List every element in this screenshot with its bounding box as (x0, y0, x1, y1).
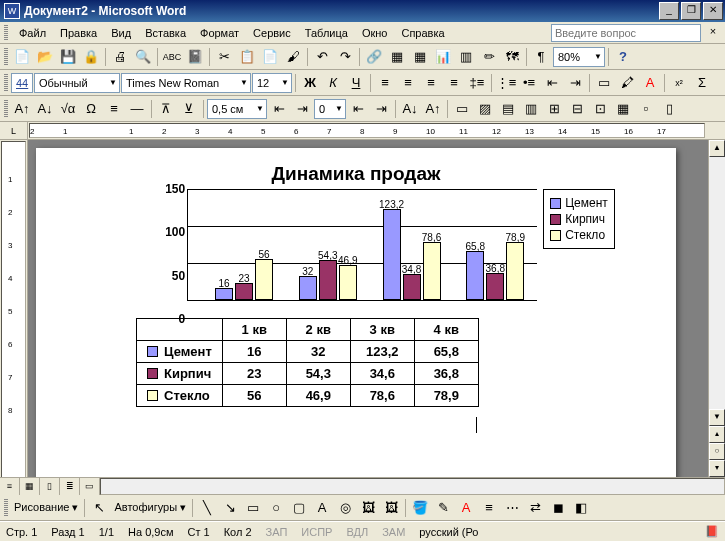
3d-button[interactable]: ◧ (570, 497, 592, 519)
wordart-button[interactable]: A (311, 497, 333, 519)
menu-tools[interactable]: Сервис (246, 25, 298, 41)
grip-handle[interactable] (4, 74, 8, 92)
maximize-button[interactable]: ❐ (681, 2, 701, 20)
rectangle-button[interactable]: ▭ (242, 497, 264, 519)
copy-button[interactable]: 📋 (236, 46, 258, 68)
inc-indent-button[interactable]: ⇥ (564, 72, 586, 94)
next-page-button[interactable]: ▾ (709, 460, 725, 477)
para-before-button[interactable]: ⊼ (155, 98, 177, 120)
status-trk[interactable]: ИСПР (301, 526, 332, 538)
preview-button[interactable]: 🔍 (132, 46, 154, 68)
bullets-button[interactable]: •≡ (518, 72, 540, 94)
tables-borders-button[interactable]: ▦ (386, 46, 408, 68)
status-lang[interactable]: русский (Ро (419, 526, 478, 538)
align-left-button[interactable]: ≡ (374, 72, 396, 94)
style-indicator[interactable]: 44 (11, 73, 33, 93)
oval-button[interactable]: ○ (265, 497, 287, 519)
browse-object-button[interactable]: ○ (709, 443, 725, 460)
insert-row-btn[interactable]: ▤ (497, 98, 519, 120)
superscript-button[interactable]: x² (668, 72, 690, 94)
gridlines-btn[interactable]: ▦ (612, 98, 634, 120)
doc-close-button[interactable]: × (705, 25, 721, 41)
help-button[interactable]: ? (612, 46, 634, 68)
ruler-vertical[interactable]: 12345678 (0, 140, 28, 477)
line-spacing-button[interactable]: ‡≡ (466, 72, 488, 94)
menu-window[interactable]: Окно (355, 25, 395, 41)
shading-btn[interactable]: ▨ (474, 98, 496, 120)
docmap-button[interactable]: 🗺 (501, 46, 523, 68)
line-color-button[interactable]: ✎ (432, 497, 454, 519)
align-right-button[interactable]: ≡ (420, 72, 442, 94)
redo-button[interactable]: ↷ (334, 46, 356, 68)
menu-table[interactable]: Таблица (298, 25, 355, 41)
spellcheck-button[interactable]: ABC (161, 46, 183, 68)
text-color-button[interactable]: A (455, 497, 477, 519)
reading-view-button[interactable]: ▭ (80, 478, 100, 495)
new-doc-button[interactable]: 📄 (11, 46, 33, 68)
insert-table-button[interactable]: ▦ (409, 46, 431, 68)
undo-button[interactable]: ↶ (311, 46, 333, 68)
strike-button[interactable]: — (126, 98, 148, 120)
research-button[interactable]: 📓 (184, 46, 206, 68)
page-container[interactable]: Динамика продаж 1623563254,346,9123,234,… (28, 140, 708, 477)
scroll-track[interactable] (709, 157, 725, 409)
zoom-combo[interactable]: 80%▼ (553, 47, 605, 67)
dec-left-indent[interactable]: ⇤ (268, 98, 290, 120)
show-marks-button[interactable]: ¶ (530, 46, 552, 68)
spacing-combo[interactable]: 0▼ (314, 99, 346, 119)
arrow-button[interactable]: ↘ (219, 497, 241, 519)
vertical-scrollbar[interactable]: ▲ ▼ ▴ ○ ▾ (708, 140, 725, 477)
sort-desc-button[interactable]: A↑ (422, 98, 444, 120)
para-after-button[interactable]: ⊻ (178, 98, 200, 120)
menu-help[interactable]: Справка (394, 25, 451, 41)
size-combo[interactable]: 12▼ (252, 73, 292, 93)
justify-button[interactable]: ≡ (443, 72, 465, 94)
line-style-button[interactable]: ≡ (478, 497, 500, 519)
show-hide-button[interactable]: ≡ (103, 98, 125, 120)
formula-button[interactable]: √α (57, 98, 79, 120)
normal-view-button[interactable]: ≡ (0, 478, 20, 495)
numbering-button[interactable]: ⋮≡ (495, 72, 517, 94)
insert-col-btn[interactable]: ▥ (520, 98, 542, 120)
fill-color-button[interactable]: 🪣 (409, 497, 431, 519)
shadow-button[interactable]: ◼ (547, 497, 569, 519)
menu-format[interactable]: Формат (193, 25, 246, 41)
bold-button[interactable]: Ж (299, 72, 321, 94)
grip-handle[interactable] (4, 48, 8, 66)
indent-combo[interactable]: 0,5 см▼ (207, 99, 267, 119)
web-view-button[interactable]: ▦ (20, 478, 40, 495)
prev-page-button[interactable]: ▴ (709, 426, 725, 443)
menu-insert[interactable]: Вставка (138, 25, 193, 41)
line-button[interactable]: ╲ (196, 497, 218, 519)
sum-button[interactable]: Σ (691, 72, 713, 94)
open-button[interactable]: 📂 (34, 46, 56, 68)
print-button[interactable]: 🖨 (109, 46, 131, 68)
status-spell-icon[interactable]: 📕 (705, 525, 719, 538)
drawing-menu[interactable]: Рисование ▾ (11, 501, 81, 514)
hyperlink-button[interactable]: 🔗 (363, 46, 385, 68)
status-ovr[interactable]: ЗАМ (382, 526, 405, 538)
dec-indent-button[interactable]: ⇤ (541, 72, 563, 94)
permissions-button[interactable]: 🔒 (80, 46, 102, 68)
menu-edit[interactable]: Правка (53, 25, 104, 41)
format-painter-button[interactable]: 🖌 (282, 46, 304, 68)
scroll-down-button[interactable]: ▼ (709, 409, 725, 426)
dec-right-indent[interactable]: ⇤ (347, 98, 369, 120)
grow-font-button[interactable]: A↑ (11, 98, 33, 120)
drawing-button[interactable]: ✏ (478, 46, 500, 68)
underline-button[interactable]: Ч (345, 72, 367, 94)
highlight-button[interactable]: 🖍 (616, 72, 638, 94)
dash-style-button[interactable]: ⋯ (501, 497, 523, 519)
grip-handle[interactable] (4, 499, 8, 517)
cut-button[interactable]: ✂ (213, 46, 235, 68)
shrink-font-button[interactable]: A↓ (34, 98, 56, 120)
textbox-button[interactable]: ▢ (288, 497, 310, 519)
ruler-horizontal[interactable]: 211234567891011121314151617 (29, 123, 705, 138)
print-view-button[interactable]: ▯ (40, 478, 60, 495)
grip-handle[interactable] (4, 25, 8, 41)
minimize-button[interactable]: _ (659, 2, 679, 20)
save-button[interactable]: 💾 (57, 46, 79, 68)
clipart-button[interactable]: 🖼 (357, 497, 379, 519)
paste-button[interactable]: 📄 (259, 46, 281, 68)
sort-asc-button[interactable]: A↓ (399, 98, 421, 120)
